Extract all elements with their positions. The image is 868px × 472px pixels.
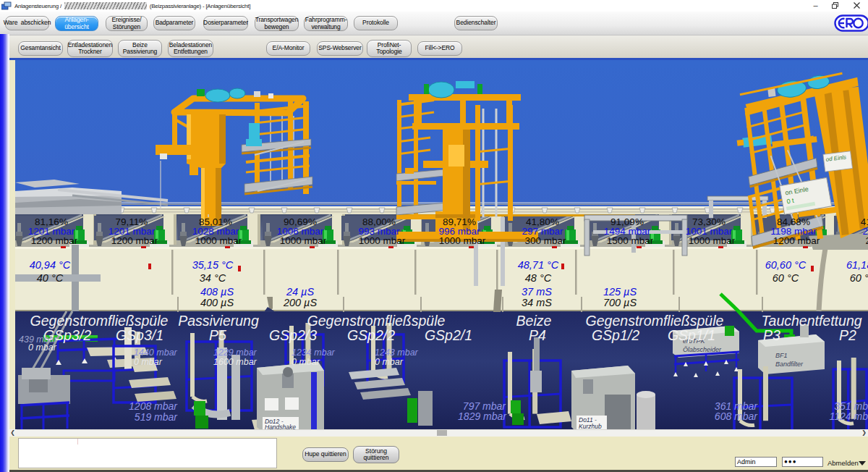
svg-text:GSp2/3: GSp2/3	[269, 327, 317, 343]
svg-text:GSp1/1: GSp1/1	[668, 327, 715, 343]
svg-text:Ölabscheider: Ölabscheider	[683, 346, 722, 353]
svg-text:GSp2/1: GSp2/1	[425, 327, 472, 343]
svg-text:35,15 °C: 35,15 °C	[192, 259, 234, 271]
svg-text:1000 mbar: 1000 mbar	[689, 235, 736, 246]
svg-text:48,71 °C: 48,71 °C	[518, 259, 559, 271]
svg-text:0 mbar: 0 mbar	[28, 342, 57, 353]
svg-text:P5: P5	[209, 327, 226, 343]
svg-text:P4: P4	[529, 327, 546, 343]
svg-text:61,18 °: 61,18 °	[846, 259, 868, 271]
svg-text:34 °C: 34 °C	[200, 272, 226, 284]
svg-text:1229 mbar: 1229 mbar	[213, 347, 258, 358]
svg-text:1124 mb: 1124 mb	[830, 410, 868, 422]
svg-text:519 mbar: 519 mbar	[135, 411, 178, 423]
svg-text:125 µS: 125 µS	[603, 286, 637, 298]
svg-text:Tauchentfettung: Tauchentfettung	[761, 313, 861, 329]
svg-text:Bandfilter: Bandfilter	[775, 361, 804, 368]
svg-text:300 mbar: 300 mbar	[524, 235, 566, 246]
svg-text:Passivierung: Passivierung	[178, 313, 259, 329]
svg-text:60 °C: 60 °C	[850, 272, 868, 284]
svg-text:200 µS: 200 µS	[283, 297, 318, 308]
svg-text:400 µS: 400 µS	[200, 297, 234, 308]
svg-text:GSp3/1: GSp3/1	[116, 327, 163, 343]
svg-text:700 µS: 700 µS	[603, 297, 637, 308]
svg-text:BF1: BF1	[775, 352, 788, 359]
svg-text:Gegenstromfließspüle: Gegenstromfließspüle	[307, 313, 446, 329]
svg-text:0 mbar: 0 mbar	[292, 357, 320, 367]
svg-text:250 mbar: 250 mbar	[865, 235, 868, 246]
svg-text:34 mS: 34 mS	[522, 297, 552, 308]
svg-text:1243 mbar: 1243 mbar	[375, 347, 419, 358]
svg-text:37 mS: 37 mS	[522, 286, 552, 298]
svg-text:1000 mbar: 1000 mbar	[439, 235, 486, 246]
svg-text:1200 mbar: 1200 mbar	[773, 235, 820, 246]
svg-text:P3: P3	[763, 327, 780, 343]
svg-text:Gegenstromfließspüle: Gegenstromfließspüle	[586, 313, 724, 329]
svg-text:1440 mbar: 1440 mbar	[134, 347, 178, 358]
svg-text:1200 mbar: 1200 mbar	[31, 235, 78, 246]
svg-text:GSp2/2: GSp2/2	[347, 327, 395, 343]
svg-text:40 °C: 40 °C	[37, 272, 64, 284]
svg-text:608 mbar: 608 mbar	[715, 410, 758, 422]
svg-text:40,94 °C: 40,94 °C	[30, 259, 71, 271]
svg-text:1234 mbar: 1234 mbar	[292, 347, 336, 358]
svg-text:Beize: Beize	[516, 313, 552, 329]
svg-text:P2: P2	[839, 327, 856, 343]
svg-text:48 °C: 48 °C	[525, 272, 552, 284]
svg-text:GSp1/2: GSp1/2	[592, 327, 639, 343]
svg-text:1500 mbar: 1500 mbar	[607, 235, 654, 246]
svg-text:Gegenstromfließspüle: Gegenstromfließspüle	[30, 313, 169, 329]
svg-text:1600 mbar: 1600 mbar	[213, 357, 258, 367]
svg-text:1000 mbar: 1000 mbar	[359, 235, 406, 246]
svg-text:60 °C: 60 °C	[773, 272, 799, 284]
svg-text:0 mbar: 0 mbar	[134, 357, 163, 367]
svg-text:1208 mbar: 1208 mbar	[129, 400, 178, 412]
svg-text:408 µS: 408 µS	[200, 286, 234, 298]
svg-text:1200 mbar: 1200 mbar	[111, 235, 158, 246]
svg-text:60,60 °C: 60,60 °C	[765, 259, 807, 271]
svg-text:1829 mbar: 1829 mbar	[458, 410, 507, 422]
svg-text:0 mbar: 0 mbar	[375, 357, 404, 367]
svg-text:1000 mbar: 1000 mbar	[195, 235, 242, 246]
svg-text:1000 mbar: 1000 mbar	[280, 235, 327, 246]
svg-text:24 µS: 24 µS	[286, 286, 315, 298]
